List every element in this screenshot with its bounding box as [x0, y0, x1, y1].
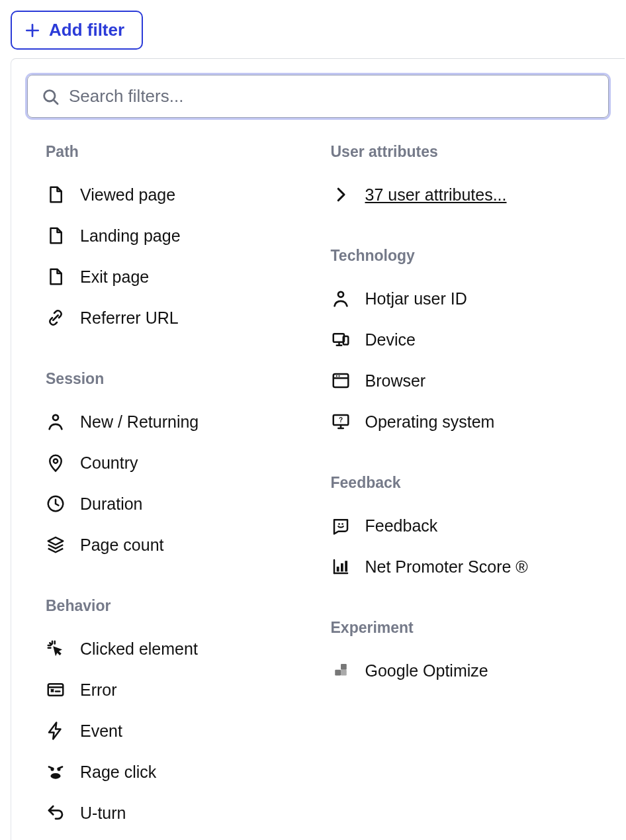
filter-item-u-turn[interactable]: U-turn [46, 792, 324, 833]
filter-item-exit-page[interactable]: Exit page [46, 256, 324, 297]
filter-item-hotjar-user-id[interactable]: Hotjar user ID [331, 278, 609, 319]
uturn-icon [46, 803, 66, 823]
filter-item-label: Exit page [80, 267, 149, 287]
page-icon [46, 226, 66, 246]
filter-item-label: Device [365, 330, 416, 350]
filter-item-clicked-element[interactable]: Clicked element [46, 628, 324, 669]
group-title-session: Session [46, 370, 324, 388]
filter-item-label: Event [80, 722, 122, 741]
chevron-right-icon [331, 185, 351, 205]
user-icon [331, 289, 351, 308]
pin-icon [46, 453, 66, 473]
group-title-feedback: Feedback [331, 474, 609, 492]
filter-dropdown-panel: PathViewed pageLanding pageExit pageRefe… [11, 58, 625, 840]
error-icon [46, 680, 66, 700]
clock-icon [46, 494, 66, 514]
bolt-icon [46, 721, 66, 741]
page-icon [46, 185, 66, 205]
filter-item-label: Browser [365, 371, 426, 391]
filter-item-event[interactable]: Event [46, 710, 324, 751]
group-title-experiment: Experiment [331, 619, 609, 637]
filter-item-landing-page[interactable]: Landing page [46, 215, 324, 256]
filter-item-country[interactable]: Country [46, 442, 324, 483]
filter-item-label: New / Returning [80, 412, 199, 432]
filter-item-feedback[interactable]: Feedback [331, 505, 609, 546]
device-icon [331, 330, 351, 350]
link-icon [46, 308, 66, 328]
filter-item-net-promoter-score[interactable]: Net Promoter Score ® [331, 546, 609, 587]
filter-item-page-count[interactable]: Page count [46, 524, 324, 565]
filter-item-label: U-turn [80, 804, 126, 823]
filter-item-label: Page count [80, 536, 164, 555]
group-title-technology: Technology [331, 247, 609, 265]
filter-item-google-optimize[interactable]: Google Optimize [331, 650, 609, 691]
filter-item-label: Error [80, 680, 117, 700]
filter-item-device[interactable]: Device [331, 319, 609, 360]
filter-item-label: Landing page [80, 226, 181, 246]
filter-item-rage-click[interactable]: Rage click [46, 751, 324, 792]
search-icon [41, 87, 60, 106]
add-filter-button[interactable]: Add filter [11, 11, 143, 50]
filter-item-duration[interactable]: Duration [46, 483, 324, 524]
filter-item-label: Referrer URL [80, 308, 179, 328]
filter-item-operating-system[interactable]: Operating system [331, 401, 609, 442]
filter-item-label: 37 user attributes... [365, 185, 507, 205]
browser-icon [331, 371, 351, 391]
barchart-icon [331, 557, 351, 577]
os-icon [331, 412, 351, 432]
add-filter-label: Add filter [49, 20, 124, 40]
smile-icon [331, 516, 351, 536]
filter-item-new-returning[interactable]: New / Returning [46, 401, 324, 442]
filter-item-label: Viewed page [80, 185, 175, 205]
filter-item-browser[interactable]: Browser [331, 360, 609, 401]
filter-item-label: Net Promoter Score ® [365, 557, 528, 577]
filter-item-label: Clicked element [80, 639, 198, 659]
filter-item-label: Country [80, 453, 138, 473]
plus-icon [24, 22, 41, 39]
filter-item-label: Rage click [80, 763, 156, 782]
group-title-user-attributes: User attributes [331, 143, 609, 161]
user-icon [46, 412, 66, 432]
optimize-icon [331, 661, 351, 680]
click-icon [46, 639, 66, 659]
group-title-path: Path [46, 143, 324, 161]
search-box[interactable] [27, 75, 609, 118]
search-input[interactable] [69, 86, 595, 107]
rage-icon [46, 762, 66, 782]
filter-item-error[interactable]: Error [46, 669, 324, 710]
filter-item-label: Operating system [365, 412, 495, 432]
filter-item-viewed-page[interactable]: Viewed page [46, 174, 324, 215]
filter-item-label: Google Optimize [365, 661, 488, 680]
filter-item-label: Feedback [365, 516, 438, 536]
page-icon [46, 267, 66, 287]
group-title-behavior: Behavior [46, 597, 324, 615]
filter-item-label: Duration [80, 494, 143, 514]
filter-item-referrer-url[interactable]: Referrer URL [46, 297, 324, 338]
stack-icon [46, 535, 66, 555]
filter-item-label: Hotjar user ID [365, 289, 467, 308]
filter-item-37-user-attributes[interactable]: 37 user attributes... [331, 174, 609, 215]
